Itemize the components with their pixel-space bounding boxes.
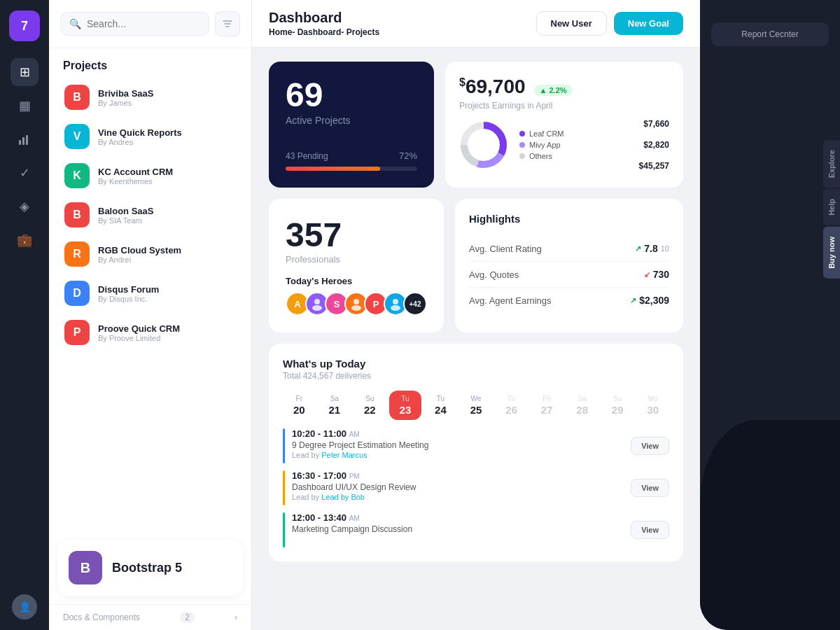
donut-chart-area: Leaf CRM Mivy App Others $7,660 xyxy=(459,119,669,171)
breadcrumb-home[interactable]: Home- xyxy=(269,27,295,37)
event-lead-1: Lead by Peter Marcus xyxy=(292,451,428,459)
project-logo: B xyxy=(64,85,90,110)
earnings-legend: Leaf CRM Mivy App Others xyxy=(519,130,564,160)
projects-title: Projects xyxy=(49,48,251,78)
pending-label: 43 Pending xyxy=(286,151,328,161)
hl-client-rating-value: ↗ 7.8 10 xyxy=(635,243,669,254)
dashboard-row-1: 69 Active Projects 43 Pending 72% xyxy=(269,62,683,188)
header-left: Dashboard Home- Dashboard- Projects xyxy=(269,10,379,37)
svg-point-10 xyxy=(314,299,320,304)
view-button-2[interactable]: View xyxy=(631,479,669,497)
legend-mivy-app: Mivy App xyxy=(519,141,564,149)
svg-rect-2 xyxy=(26,135,28,145)
heroes-more[interactable]: +42 xyxy=(403,292,427,316)
nav-icon-briefcase[interactable]: 💼 xyxy=(10,226,38,254)
breadcrumb-dashboard[interactable]: Dashboard- xyxy=(298,27,344,37)
events-list: 10:20 - 11:00 AM 9 Degree Project Estima… xyxy=(283,428,669,547)
calendar-day[interactable]: Tu26 xyxy=(495,391,528,420)
docs-link[interactable]: Docs & Components xyxy=(63,612,140,622)
search-input[interactable] xyxy=(87,18,200,29)
project-logo: D xyxy=(64,281,90,306)
calendar-day[interactable]: Tu23 xyxy=(389,391,422,420)
calendar-day[interactable]: Sa28 xyxy=(566,391,598,420)
project-name: Proove Quick CRM xyxy=(98,323,236,334)
tab-help[interactable]: Help xyxy=(823,189,840,225)
progress-pct: 72% xyxy=(399,150,417,161)
new-user-button[interactable]: New User xyxy=(536,11,607,36)
svg-rect-0 xyxy=(19,140,21,145)
others-amount: $45,257 xyxy=(639,161,669,171)
mivy-app-amount: $2,820 xyxy=(639,140,669,150)
project-by: By Proove Limited xyxy=(98,334,236,342)
hl-quotes-value: ↙ 730 xyxy=(644,269,669,280)
project-logo: V xyxy=(64,124,90,149)
project-name: Briviba SaaS xyxy=(98,88,236,99)
new-goal-button[interactable]: New Goal xyxy=(614,12,683,35)
event-title-2: Dashboard UI/UX Design Review xyxy=(292,482,416,492)
svg-point-13 xyxy=(351,305,361,311)
header-actions: New User New Goal xyxy=(536,11,684,36)
calendar-subtitle: Total 424,567 deliveries xyxy=(283,371,669,381)
header: Dashboard Home- Dashboard- Projects New … xyxy=(252,0,700,48)
hl-quotes-label: Avg. Quotes xyxy=(469,270,519,280)
project-by: By Andrei xyxy=(98,255,236,264)
search-box[interactable]: 🔍 xyxy=(60,12,209,36)
calendar-day[interactable]: Fr20 xyxy=(283,391,316,420)
nav-icon-layers[interactable]: ◈ xyxy=(10,192,38,220)
project-item[interactable]: P Proove Quick CRM By Proove Limited xyxy=(56,313,244,352)
event-time-2: 16:30 - 17:00 PM xyxy=(292,470,416,481)
svg-point-12 xyxy=(354,299,359,304)
calendar-day[interactable]: Tu24 xyxy=(424,391,457,420)
calendar-title: What's up Today xyxy=(283,358,669,370)
calendar-day[interactable]: Fri27 xyxy=(531,391,564,420)
view-button-3[interactable]: View xyxy=(631,521,669,539)
nav-icon-chart[interactable] xyxy=(10,125,38,153)
event-bar-2 xyxy=(283,470,285,505)
event-item-1: 10:20 - 11:00 AM 9 Degree Project Estima… xyxy=(283,428,669,463)
project-name: Vine Quick Reports xyxy=(98,127,236,138)
calendar-day[interactable]: Su29 xyxy=(601,391,634,420)
card-highlights: Highlights Avg. Client Rating ↗ 7.8 10 A… xyxy=(455,199,683,332)
project-item[interactable]: R RGB Cloud System By Andrei xyxy=(56,234,244,274)
earnings-amounts: $7,660 $2,820 $45,257 xyxy=(639,119,669,171)
project-logo: R xyxy=(64,241,90,267)
tab-explore[interactable]: Explore xyxy=(823,140,840,188)
calendar-day[interactable]: Mo30 xyxy=(636,391,669,420)
project-item[interactable]: B Briviba SaaS By James xyxy=(56,78,244,117)
dashboard-row-2: 357 Professionals Today's Heroes A S P xyxy=(269,199,683,332)
project-item[interactable]: D Disqus Forum By Disqus Inc. xyxy=(56,274,244,313)
project-list: B Briviba SaaS By James V Vine Quick Rep… xyxy=(49,78,251,531)
event-lead-link-1[interactable]: Peter Marcus xyxy=(321,451,367,459)
event-lead-link-2[interactable]: Lead by Bob xyxy=(321,493,365,501)
legend-leaf-crm: Leaf CRM xyxy=(519,130,564,138)
sidebar: 🔍 Projects B Briviba SaaS By James V Vin… xyxy=(49,0,252,630)
page-title: Dashboard xyxy=(269,10,379,26)
project-item[interactable]: B Baloon SaaS By SIA Team xyxy=(56,195,244,234)
project-name: RGB Cloud System xyxy=(98,245,236,255)
project-item[interactable]: K KC Account CRM By Keenthemes xyxy=(56,156,244,195)
project-item[interactable]: V Vine Quick Reports By Andres xyxy=(56,117,244,156)
project-by: By Keenthemes xyxy=(98,177,236,186)
nav-icon-check[interactable]: ✓ xyxy=(10,159,38,187)
project-by: By James xyxy=(98,99,236,107)
event-details-3: 12:00 - 13:40 AM Marketing Campaign Disc… xyxy=(292,512,412,534)
calendar-day[interactable]: Su22 xyxy=(354,391,386,420)
card-calendar: What's up Today Total 424,567 deliveries… xyxy=(269,344,683,561)
filter-button[interactable] xyxy=(215,11,240,36)
calendar-day[interactable]: We25 xyxy=(460,391,493,420)
svg-point-14 xyxy=(393,299,398,304)
report-center-button[interactable]: Report Cecnter xyxy=(711,22,829,46)
calendar-day[interactable]: Sa21 xyxy=(318,391,351,420)
heroes-label: Today's Heroes xyxy=(286,276,427,286)
view-button-1[interactable]: View xyxy=(631,437,669,455)
hl-up-icon-3: ↗ xyxy=(630,296,636,305)
event-bar-1 xyxy=(283,428,285,463)
tab-buy-now[interactable]: Buy now xyxy=(823,227,840,279)
nav-avatar[interactable]: 7 xyxy=(9,10,40,41)
nav-user-avatar[interactable]: 👤 xyxy=(12,594,37,620)
nav-icon-grid[interactable]: ▦ xyxy=(10,92,38,120)
nav-icon-home[interactable]: ⊞ xyxy=(10,58,38,86)
hl-down-icon-2: ↙ xyxy=(644,270,650,279)
progress-bar xyxy=(286,167,417,171)
nav-bar: 7 ⊞ ▦ ✓ ◈ 💼 👤 xyxy=(0,0,49,630)
